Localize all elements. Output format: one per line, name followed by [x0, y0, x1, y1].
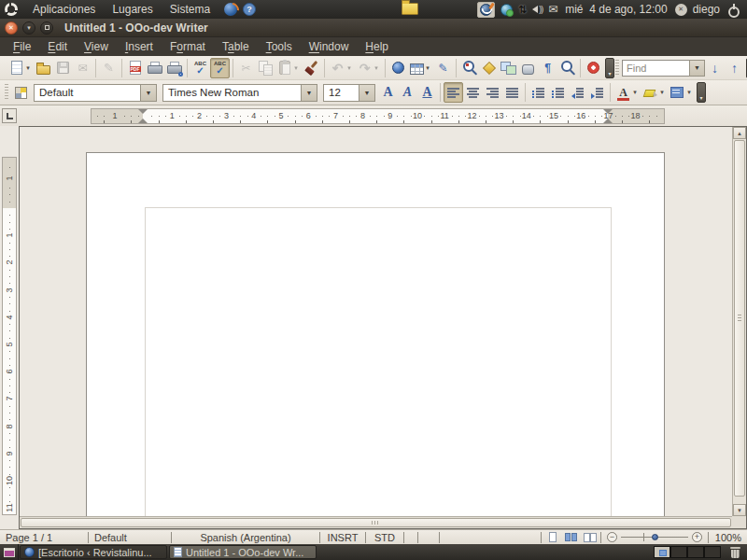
zoom-out-icon[interactable] — [607, 532, 617, 542]
first-line-indent-marker[interactable] — [138, 109, 148, 114]
user-status-icon[interactable] — [675, 4, 687, 16]
panel-menu-lugares[interactable]: Lugares — [104, 0, 161, 19]
insert-hyperlink-button[interactable] — [388, 58, 408, 78]
zoom-slider-thumb[interactable] — [652, 534, 658, 540]
single-page-view-icon[interactable] — [544, 530, 560, 544]
align-center-button[interactable] — [463, 82, 483, 103]
font-name-combobox[interactable]: Times New Roman — [162, 84, 317, 102]
username[interactable]: diego — [693, 3, 720, 16]
numbered-list-button[interactable] — [529, 82, 548, 103]
vertical-ruler[interactable]: 11234567891011 — [2, 157, 17, 515]
find-and-replace-button[interactable] — [459, 58, 479, 78]
gallery-button[interactable] — [499, 58, 518, 78]
show-draw-functions-button[interactable]: ✎ — [433, 58, 453, 78]
menu-insert[interactable]: Insert — [117, 40, 162, 53]
menu-table[interactable]: Table — [214, 40, 258, 53]
menu-window[interactable]: Window — [301, 40, 358, 53]
ubuntu-logo-icon[interactable] — [5, 3, 18, 16]
panel-menu-sistema[interactable]: Sistema — [162, 0, 218, 19]
maximize-button[interactable] — [40, 21, 53, 35]
edit-file-button[interactable]: ✎ — [99, 58, 119, 78]
toolbar-drag-handle[interactable] — [615, 60, 619, 77]
scroll-up-icon[interactable]: ▲ — [733, 127, 746, 139]
status-insert-mode[interactable]: INSRT — [320, 532, 365, 543]
find-previous-button[interactable]: ↑ — [725, 58, 744, 78]
menu-view[interactable]: View — [76, 40, 117, 53]
trash-icon[interactable] — [730, 547, 740, 558]
help-button[interactable] — [584, 58, 603, 78]
zoom-slider-track[interactable] — [621, 532, 688, 542]
redo-button[interactable]: ↷▾ — [355, 58, 382, 78]
browser-launcher-icon[interactable] — [224, 3, 237, 16]
format-paintbrush-button[interactable] — [302, 58, 321, 78]
status-page-indicator[interactable]: Page 1 / 1 — [0, 532, 88, 543]
formatting-marks-button[interactable]: ¶ — [538, 58, 557, 78]
multi-page-view-icon[interactable] — [563, 530, 579, 544]
mail-indicator-icon[interactable] — [548, 4, 557, 15]
workspace-3[interactable] — [687, 546, 704, 558]
insert-table-button[interactable]: ▾ — [408, 58, 433, 78]
status-language[interactable]: Spanish (Argentina) — [172, 532, 319, 543]
close-button[interactable] — [5, 21, 18, 35]
volume-icon[interactable] — [532, 5, 543, 14]
folder-icon[interactable] — [402, 3, 418, 15]
power-icon[interactable] — [727, 4, 740, 16]
workspace-4[interactable] — [704, 546, 721, 558]
chevron-down-icon[interactable] — [301, 85, 317, 101]
toolbar-drag-handle[interactable] — [5, 84, 8, 101]
decrease-indent-button[interactable] — [568, 82, 587, 103]
open-button[interactable] — [34, 58, 53, 78]
save-button[interactable] — [53, 58, 73, 78]
menu-help[interactable]: Help — [357, 40, 397, 53]
help-launcher-icon[interactable] — [243, 3, 256, 16]
copy-button[interactable] — [256, 58, 275, 78]
increase-indent-button[interactable] — [587, 82, 607, 103]
network-traffic-icon[interactable] — [518, 4, 527, 16]
show-desktop-button[interactable] — [0, 544, 19, 560]
window-titlebar[interactable]: Untitled 1 - OOo-dev Writer — [0, 19, 747, 37]
panel-menu-aplicaciones[interactable]: Aplicaciones — [24, 0, 104, 19]
underline-button[interactable]: A — [417, 82, 437, 103]
vertical-scrollbar[interactable]: ▲ ▼ — [732, 127, 746, 516]
undo-button[interactable]: ↶▾ — [328, 58, 355, 78]
zoom-level[interactable]: 100% — [712, 532, 741, 543]
background-color-button[interactable]: ▾ — [668, 82, 695, 103]
zoom-slider[interactable] — [607, 532, 702, 542]
menu-edit[interactable]: Edit — [39, 40, 76, 53]
find-dropdown-button[interactable] — [689, 60, 705, 77]
document-view[interactable]: ▲ ▼ — [19, 126, 747, 529]
horizontal-scroll-thumb[interactable] — [21, 518, 731, 527]
status-selection-mode[interactable]: STD — [366, 532, 403, 543]
zoom-in-icon[interactable] — [692, 532, 702, 542]
scroll-down-icon[interactable]: ▼ — [733, 504, 746, 516]
horizontal-ruler[interactable]: 1123456789101112131415161718 — [91, 108, 665, 124]
status-page-style[interactable]: Default — [89, 532, 171, 543]
justified-button[interactable] — [502, 82, 522, 103]
auto-spellcheck-button[interactable]: ABC✓ — [210, 58, 230, 78]
page[interactable] — [86, 152, 665, 529]
print-button[interactable] — [145, 58, 164, 78]
bullet-list-button[interactable] — [548, 82, 568, 103]
tab-stop-selector[interactable] — [2, 108, 17, 123]
find-next-button[interactable]: ↓ — [705, 58, 725, 78]
new-document-button[interactable]: ▾ — [7, 58, 34, 78]
clock[interactable]: mié 4 de ago, 12:00 — [563, 3, 669, 16]
paragraph-style-combobox[interactable]: Default — [34, 84, 157, 102]
taskbar-item-2[interactable]: Untitled 1 - OOo-dev Wr... — [169, 545, 317, 559]
font-size-combobox[interactable]: 12 — [323, 84, 375, 102]
minimize-button[interactable] — [22, 21, 35, 35]
horizontal-scrollbar[interactable] — [20, 516, 732, 528]
navigator-button[interactable] — [479, 58, 499, 78]
font-color-button[interactable]: A▾ — [613, 82, 641, 103]
standard-toolbar-overflow-button[interactable] — [605, 58, 614, 78]
bold-button[interactable]: A — [378, 82, 398, 103]
workspace-1[interactable] — [654, 546, 670, 558]
book-view-icon[interactable] — [582, 530, 598, 544]
workspace-2[interactable] — [670, 546, 687, 558]
highlighting-button[interactable]: ▾ — [641, 82, 668, 103]
paste-button[interactable]: ▾ — [275, 58, 302, 78]
cut-button[interactable]: ✂ — [236, 58, 256, 78]
chevron-down-icon[interactable] — [140, 85, 156, 101]
menu-format[interactable]: Format — [162, 40, 214, 53]
export-pdf-button[interactable] — [125, 58, 145, 78]
